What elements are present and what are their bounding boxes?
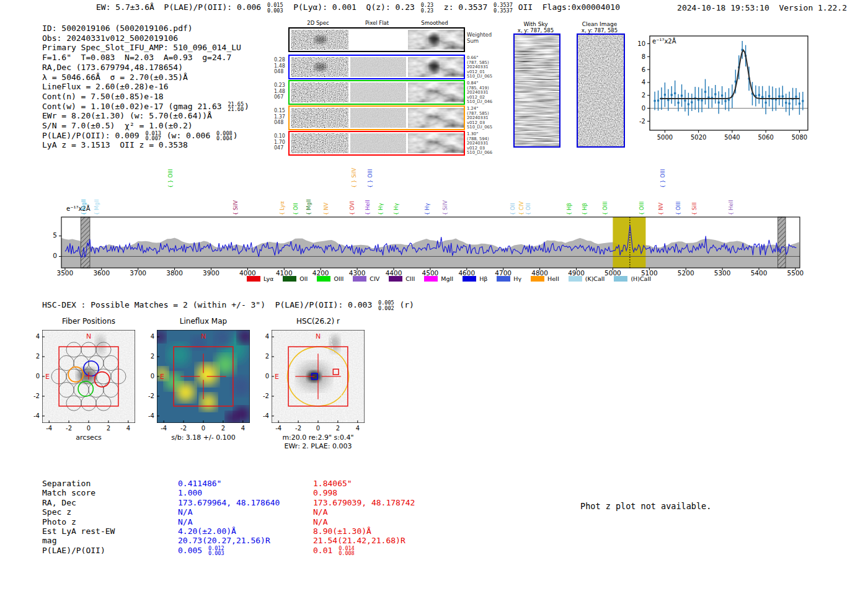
cutout-left-line: 0.23 bbox=[274, 82, 288, 89]
data-point bbox=[688, 103, 689, 105]
noise-fill bbox=[291, 82, 348, 102]
main-xtick-label: 5300 bbox=[710, 269, 735, 277]
main-xtick-label: 3900 bbox=[198, 269, 223, 277]
data-point bbox=[671, 94, 673, 96]
match-col1-value: N/A bbox=[178, 507, 192, 517]
ytick-label: 8 bbox=[642, 53, 645, 60]
smoothed-image bbox=[408, 82, 464, 102]
data-point bbox=[701, 99, 702, 101]
sky-panel-subtitle: x, y: 787, 585 bbox=[505, 27, 567, 33]
main-xtick-label: 3700 bbox=[126, 269, 151, 277]
noise-fill bbox=[350, 57, 406, 77]
panel-xtick-label: -4 bbox=[157, 425, 170, 432]
data-point bbox=[714, 93, 716, 95]
legend-swatch bbox=[531, 276, 544, 282]
legend-swatch bbox=[569, 276, 582, 282]
inset-unit-label: e⁻¹⁷x2Å bbox=[652, 37, 676, 45]
panel-xtick-label: -2 bbox=[292, 425, 304, 432]
info-line: F=1.6" T=0.083 N=2.03 A=0.93 g=24.7 bbox=[42, 53, 231, 63]
data-point bbox=[785, 102, 787, 104]
legend-swatch bbox=[283, 276, 296, 282]
text-segment: Obs: 20240331v012_5002019106 bbox=[42, 33, 178, 43]
cutout-right-labels: WeightedSum bbox=[467, 32, 495, 44]
panel-xtick-label: -2 bbox=[63, 425, 75, 432]
spectral-line-label-oiii: { OIII bbox=[603, 202, 608, 215]
match-row-label: Match score bbox=[42, 488, 95, 498]
xtick-label: 5060 bbox=[758, 134, 773, 141]
data-point bbox=[778, 96, 780, 97]
legend-label: Hγ bbox=[513, 275, 521, 282]
legend-item: (K)CaII bbox=[569, 275, 605, 282]
info-line: Primary Spec_Slot_IFU_AMP: 510_096_014_L… bbox=[42, 43, 241, 53]
data-point bbox=[691, 101, 693, 103]
cutout-right-line: Sum bbox=[467, 38, 495, 45]
viridis-blob bbox=[197, 364, 218, 385]
faint-smudge bbox=[95, 335, 105, 355]
cutout-right-line: 510_LU_065 bbox=[467, 74, 495, 79]
cutout-row bbox=[288, 55, 465, 79]
cutout-left-line: 0.10 bbox=[274, 133, 288, 140]
spec2d-image bbox=[291, 57, 348, 77]
panel-svg-2: NE bbox=[272, 330, 365, 423]
spectral-line-label-mgii: { MgII bbox=[306, 199, 312, 215]
data-point bbox=[718, 102, 720, 104]
cutout-left-labels: 0.101.70047 bbox=[274, 133, 288, 151]
cutout-col-header: Pixel Flat bbox=[349, 20, 405, 26]
cutout-left-labels: 0.231.48067 bbox=[274, 82, 288, 100]
panel-xtick-label: -4 bbox=[43, 425, 55, 432]
cutout-row bbox=[288, 105, 465, 130]
text-segment: 0.411486" bbox=[178, 479, 221, 488]
match-row-label: Est LyA rest-EW bbox=[42, 527, 115, 536]
spec2d-image bbox=[291, 108, 348, 128]
pixelflat-image bbox=[350, 57, 406, 77]
viridis-blob bbox=[200, 394, 216, 410]
smoothed-image bbox=[408, 108, 464, 128]
noise-fill bbox=[578, 35, 624, 146]
match-row-label: Spec z bbox=[42, 507, 71, 517]
cutout-right-labels: 0.66"(787, 585)20240331v012_01510_LU_065 bbox=[467, 56, 495, 79]
legend-item: (H)CaII bbox=[614, 275, 651, 282]
viridis-blob bbox=[215, 355, 235, 375]
stacked-uncertainty: 0.35370.3537 bbox=[494, 2, 513, 13]
panel-xtick-label: 4 bbox=[237, 425, 249, 432]
match-col1-value: 0.411486" bbox=[178, 479, 221, 489]
data-point bbox=[724, 100, 726, 102]
spectral-line-label-siiv: { SiIV bbox=[443, 200, 448, 215]
legend-label: OIII bbox=[334, 275, 343, 282]
sky-panel-title: Clean Image bbox=[568, 21, 631, 27]
data-point bbox=[664, 94, 666, 96]
panel-ytick-label: 0 bbox=[257, 373, 269, 380]
noise-fill bbox=[350, 82, 406, 102]
legend-item: Hβ bbox=[463, 275, 487, 282]
match-col2-value: 1.84065" bbox=[313, 479, 352, 489]
text-segment: EW: 5.7±3.6Å P(LAE)/P(OII): 0.006 bbox=[96, 2, 266, 12]
legend-item: Lyα bbox=[247, 275, 273, 282]
cutout-left-line: 048 bbox=[274, 120, 288, 126]
data-point bbox=[667, 99, 669, 101]
cutout-left-line: 1.70 bbox=[274, 140, 288, 146]
data-point bbox=[681, 95, 683, 97]
stacked-uncertainty: 0.0150.003 bbox=[267, 2, 283, 13]
spectral-line-label-nv: { NV bbox=[658, 203, 664, 215]
legend-item: MgII bbox=[424, 275, 453, 282]
noise-fill bbox=[350, 108, 406, 128]
panel-ytick-label: 2 bbox=[257, 353, 269, 360]
spectral-line-label-hβ: { Hβ bbox=[567, 203, 572, 215]
text-segment: 0.998 bbox=[313, 488, 337, 497]
data-point bbox=[768, 95, 770, 97]
data-point bbox=[799, 102, 800, 104]
stacked-uncertainty: 0.0050.002 bbox=[378, 300, 394, 311]
smoothed-blob bbox=[430, 33, 438, 46]
spectral-line-label-oii: { OII bbox=[293, 203, 299, 215]
panel-xlabel: s/b: 3.18 +/- 0.100 bbox=[144, 433, 262, 442]
data-point bbox=[802, 100, 804, 102]
panel-xtick-label: 2 bbox=[217, 425, 229, 432]
info-line: RA,Dec (173.679794,48.178654) bbox=[42, 63, 183, 73]
header-stats: EW: 5.7±3.6Å P(LAE)/P(OII): 0.006 0.0150… bbox=[96, 2, 620, 13]
ytick-label: 4 bbox=[642, 79, 645, 86]
spectral-line-label-hγ: { Hγ bbox=[425, 203, 430, 215]
text-segment: P(Lyα): 0.001 Q(z): 0.23 bbox=[284, 2, 420, 12]
stacked-uncertainty: 0.0080.004 bbox=[216, 131, 232, 141]
text-segment: S/N = 7.0(±0.5) χ² = 1.0(±0.2) bbox=[42, 121, 193, 130]
panel-xlabel2: EWr: 2. PLAE: 0.003 bbox=[259, 442, 377, 450]
